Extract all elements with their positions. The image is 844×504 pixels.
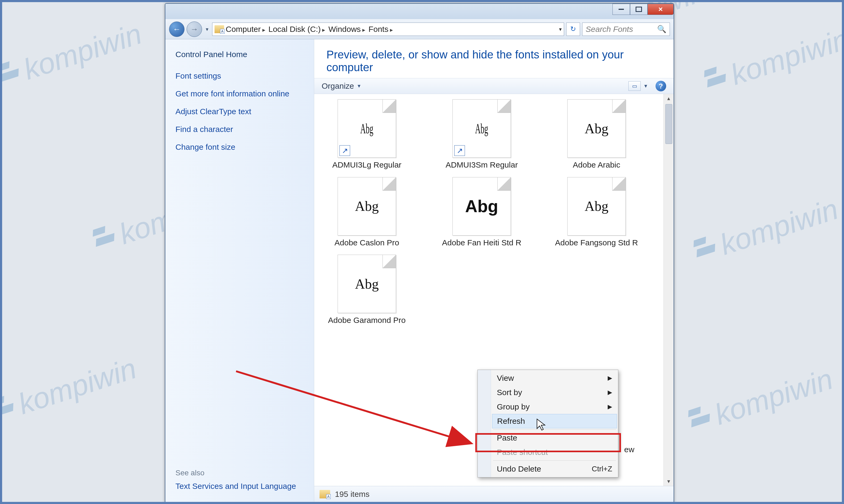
folder-icon: [320, 490, 330, 499]
refresh-button[interactable]: ↻: [566, 22, 580, 36]
font-item[interactable]: Abg Adobe Arabic: [554, 99, 639, 170]
address-dropdown-icon[interactable]: ▾: [559, 26, 562, 32]
forward-button[interactable]: →: [187, 21, 202, 37]
breadcrumb-segment[interactable]: Windows: [328, 25, 367, 34]
menu-shortcut: Ctrl+Z: [592, 465, 612, 473]
menu-item-view[interactable]: View▶: [491, 371, 618, 385]
scroll-up-icon[interactable]: ▲: [664, 94, 674, 103]
font-glyph: Abg: [360, 121, 373, 137]
menu-item-undo-delete[interactable]: Undo DeleteCtrl+Z: [491, 462, 618, 476]
font-label: Adobe Arabic: [573, 160, 620, 170]
font-glyph: Abg: [475, 121, 488, 137]
search-icon: 🔍: [657, 25, 667, 34]
breadcrumb-segment[interactable]: Fonts: [368, 25, 395, 34]
status-item-count: 195 items: [335, 490, 369, 499]
breadcrumb-segment[interactable]: Local Disk (C:): [269, 25, 327, 34]
truncated-label: ew: [624, 445, 634, 454]
view-mode-dropdown-icon[interactable]: ▼: [643, 84, 648, 89]
sidebar-link-text-services[interactable]: Text Services and Input Language: [175, 481, 308, 491]
font-item[interactable]: Abg Adobe Fangsong Std R: [554, 177, 639, 248]
font-glyph: Abg: [355, 276, 379, 292]
titlebar: ×: [165, 4, 674, 19]
menu-separator: [493, 461, 616, 461]
navigation-bar: ← → ▾ Computer Local Disk (C:) Windows F…: [165, 19, 674, 39]
menu-item-group-by[interactable]: Group by▶: [491, 400, 618, 414]
font-label: Adobe Garamond Pro: [328, 316, 406, 325]
toolbar: Organize ▼ ▭ ▼ ?: [314, 78, 674, 94]
menu-item-sort-by[interactable]: Sort by▶: [491, 385, 618, 400]
scrollbar-thumb[interactable]: [665, 104, 672, 144]
font-glyph: Abg: [585, 198, 608, 214]
menu-item-paste-shortcut: Paste shortcut: [491, 445, 618, 460]
shortcut-icon: ↗: [454, 145, 465, 156]
context-menu: View▶ Sort by▶ Group by▶ Refresh Paste P…: [478, 370, 618, 478]
sidebar-link-font-settings[interactable]: Font settings: [175, 71, 308, 81]
font-item[interactable]: Abg↗ ADMUI3Lg Regular: [324, 99, 409, 170]
breadcrumb-segment[interactable]: Computer: [226, 25, 267, 34]
font-label: Adobe Fan Heiti Std R: [442, 238, 521, 248]
minimize-button[interactable]: [613, 4, 630, 15]
shortcut-icon: ↗: [340, 145, 350, 156]
caption-buttons: ×: [613, 4, 674, 15]
address-bar[interactable]: Computer Local Disk (C:) Windows Fonts ▾: [212, 22, 564, 36]
menu-item-refresh[interactable]: Refresh: [492, 414, 617, 428]
font-item[interactable]: Abg Adobe Caslon Pro: [324, 177, 409, 248]
maximize-button[interactable]: [630, 4, 648, 15]
status-bar: 195 items: [314, 486, 674, 502]
menu-item-paste[interactable]: Paste: [491, 431, 618, 445]
vertical-scrollbar[interactable]: ▲ ▼: [664, 94, 674, 486]
font-label: ADMUI3Lg Regular: [332, 160, 401, 170]
history-dropdown[interactable]: ▾: [204, 26, 210, 32]
view-mode-button[interactable]: ▭: [628, 81, 641, 91]
font-glyph: Abg: [465, 197, 498, 216]
font-item[interactable]: Abg Adobe Fan Heiti Std R: [439, 177, 524, 248]
font-item[interactable]: Abg Adobe Garamond Pro: [324, 255, 409, 325]
font-glyph: Abg: [355, 198, 379, 214]
back-button[interactable]: ←: [169, 21, 185, 37]
submenu-arrow-icon: ▶: [608, 375, 612, 382]
page-heading: Preview, delete, or show and hide the fo…: [314, 39, 674, 78]
sidebar-link-cleartype[interactable]: Adjust ClearType text: [175, 106, 308, 116]
font-label: Adobe Fangsong Std R: [555, 238, 638, 248]
search-placeholder: Search Fonts: [586, 25, 633, 34]
submenu-arrow-icon: ▶: [608, 389, 612, 396]
see-also-heading: See also: [175, 469, 308, 477]
organize-dropdown-icon[interactable]: ▼: [357, 84, 362, 89]
font-item[interactable]: Abg↗ ADMUI3Sm Regular: [439, 99, 524, 170]
sidebar-link-find-character[interactable]: Find a character: [175, 124, 308, 134]
menu-separator: [493, 429, 616, 430]
sidebar-link-more-font-info[interactable]: Get more font information online: [175, 88, 308, 99]
scroll-down-icon[interactable]: ▼: [664, 477, 674, 486]
search-input[interactable]: Search Fonts 🔍: [582, 22, 670, 36]
font-grid[interactable]: Abg↗ ADMUI3Lg Regular Abg↗ ADMUI3Sm Regu…: [324, 99, 659, 325]
sidebar: Control Panel Home Font settings Get mor…: [165, 39, 314, 502]
sidebar-link-change-font-size[interactable]: Change font size: [175, 142, 308, 152]
organize-button[interactable]: Organize: [322, 82, 354, 91]
font-glyph: Abg: [585, 121, 608, 137]
control-panel-home-link[interactable]: Control Panel Home: [175, 50, 308, 59]
submenu-arrow-icon: ▶: [608, 403, 612, 410]
close-button[interactable]: ×: [648, 4, 674, 15]
font-label: ADMUI3Sm Regular: [446, 160, 518, 170]
font-label: Adobe Caslon Pro: [334, 238, 399, 248]
help-button[interactable]: ?: [656, 81, 666, 91]
folder-icon: [214, 25, 224, 33]
